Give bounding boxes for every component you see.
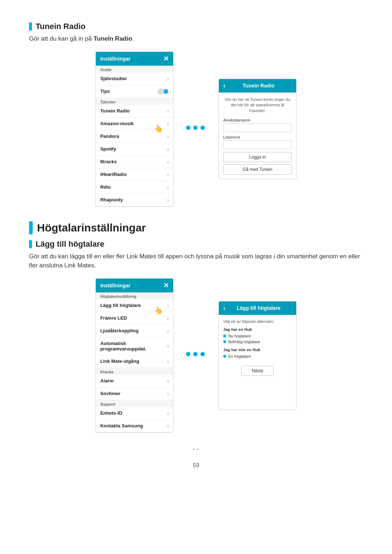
tunein-left-screen: Inställningar ✕ Guide Självstudier › Tip… [95, 52, 173, 207]
chevron-icon: › [167, 197, 169, 203]
hogtalar-heading: Högtalarinställningar [29, 221, 363, 234]
radio-ny-hogtalare[interactable]: Ny högtalare [223, 334, 292, 338]
tunein-desc-bold: TuneIn Radio [94, 35, 132, 42]
settings-item-auto-prog[interactable]: Automatisk programvaruuppdat. › [96, 337, 173, 355]
hogtalar-left-header: Inställningar ✕ [96, 279, 173, 292]
chevron-icon: › [167, 146, 169, 152]
hogtalar-left-header-title: Inställningar [100, 283, 130, 288]
chevron-icon: › [167, 172, 169, 177]
tunein-left-screen-wrapper: Inställningar ✕ Guide Självstudier › Tip… [95, 52, 173, 207]
support-section-label: Support [96, 400, 173, 407]
settings-item-ljud[interactable]: Ljudåterkoppling › [96, 325, 173, 337]
next-button[interactable]: Nästa [241, 366, 274, 376]
settings-item-8tracks[interactable]: 8tracks › [96, 156, 173, 168]
chevron-icon: › [167, 410, 169, 416]
tunein-desc-end: . [132, 35, 134, 42]
tunein-right-screen: ‹ Tunein Radio Om du har ett Tunein-kont… [219, 79, 297, 179]
radio-dot-icon [223, 340, 226, 343]
hogtalar-left-close-icon[interactable]: ✕ [163, 282, 169, 290]
chevron-icon: › [167, 378, 169, 384]
tunein-section-guide: Guide [96, 66, 173, 73]
lagg-till-bar [29, 240, 32, 248]
hogtalar-description: Gör att du kan lägga till en eller fler … [29, 252, 363, 270]
tunein-right-header-title: Tunein Radio [225, 83, 292, 89]
settings-item-tips[interactable]: Tips [96, 85, 173, 98]
chevron-icon: › [167, 108, 169, 114]
lagg-till-text: Lägg till högtalare [36, 239, 104, 249]
settings-item-självstudier[interactable]: Självstudier › [96, 73, 173, 85]
chevron-icon: › [167, 121, 169, 127]
chevron-icon: › [167, 343, 169, 349]
klocka-section-label: Klocka [96, 368, 173, 375]
settings-item-framre-led[interactable]: Främre LED › [96, 312, 173, 325]
settings-item-pandora[interactable]: Pandora › [96, 130, 173, 143]
hogtalar-right-header-title: Lägg till högtalare [225, 305, 292, 311]
radio-dot-icon [223, 335, 226, 337]
settings-item-link-mate[interactable]: Link Mate-utgång › [96, 355, 173, 368]
hogtalar-right-header: ‹ Lägg till högtalare [219, 301, 296, 315]
settings-item-alarm[interactable]: Alarm › [96, 375, 173, 387]
radio-en-hogtalare[interactable]: En högtalare [223, 354, 292, 358]
hogtalar-heading-bar [29, 221, 33, 234]
tunein-left-header: Inställningar ✕ [96, 52, 173, 66]
tunein-description: Gör att du kan gå in på TuneIn Radio. [29, 34, 363, 44]
arrow-dots-2: ●●● [185, 348, 207, 360]
tunein-left-close-icon[interactable]: ✕ [163, 55, 169, 63]
tunein-login-panel: Om du har ett Tunein-konto anger du det … [219, 93, 296, 179]
chevron-icon: › [167, 423, 169, 429]
settings-item-sovtimer[interactable]: Sovtimer › [96, 387, 173, 400]
tunein-section-tjanster: Tjänster [96, 98, 173, 105]
settings-item-amazon[interactable]: Amazon-musik › 👆 [96, 118, 173, 130]
arrow-dots: ●●● [185, 122, 207, 133]
radio-dot-icon [223, 355, 226, 358]
chevron-icon: › [167, 358, 169, 364]
hogtalar-mockup-row: Inställningar ✕ Högtalarinställning Lägg… [29, 278, 363, 433]
hogtalar-section-label: Högtalarinställning [96, 292, 173, 299]
hogtalar-left-screen-wrapper: Inställningar ✕ Högtalarinställning Lägg… [95, 278, 173, 433]
chevron-icon: › [167, 303, 169, 308]
tunein-heading-text: Tunein Radio [36, 22, 86, 31]
login-button[interactable]: Logga in [223, 152, 292, 162]
settings-item-enhets-id[interactable]: Enhets-ID › [96, 407, 173, 420]
password-label: Lösenord [223, 135, 292, 139]
tunein-left-header-title: Inställningar [100, 56, 130, 62]
speaker-question: Välj ett av följande alternativ: [223, 319, 292, 324]
hogtalar-heading-text: Högtalarinställningar [37, 222, 146, 234]
chevron-icon: › [167, 184, 169, 190]
tunein-note: Om du har ett Tunein-konto anger du det … [223, 97, 292, 114]
radio-befintlig-hogtalare[interactable]: Befintlig högtalare [223, 340, 292, 344]
chevron-icon: › [167, 391, 169, 397]
tunein-section: Tunein Radio Gör att du kan gå in på Tun… [29, 22, 363, 207]
hogtalar-left-screen: Inställningar ✕ Högtalarinställning Lägg… [95, 278, 173, 433]
page-number: 59 [29, 462, 363, 469]
hogtalar-section: Högtalarinställningar Lägg till högtalar… [29, 221, 363, 433]
chevron-icon: › [167, 315, 169, 321]
settings-item-rhapsody[interactable]: Rhapsody › [96, 194, 173, 206]
chevron-icon: › [167, 134, 169, 139]
page-dots: • • [29, 447, 363, 451]
password-input[interactable] [223, 140, 292, 149]
settings-item-tunein[interactable]: Tunein Radio › [96, 105, 173, 118]
settings-item-spotify[interactable]: Spotify › [96, 143, 173, 156]
chevron-icon: › [167, 328, 169, 334]
tunein-heading-bar [29, 22, 32, 30]
tunein-heading: Tunein Radio [29, 22, 363, 31]
hogtalar-right-screen: ‹ Lägg till högtalare Välj ett av följan… [219, 301, 297, 410]
settings-item-kontakta[interactable]: Kontakta Samsung › [96, 420, 173, 432]
username-input[interactable] [223, 123, 292, 132]
settings-item-iheartradio[interactable]: iHeartRadio › [96, 168, 173, 181]
settings-item-rdio[interactable]: Rdio › [96, 181, 173, 194]
tunein-mockup-row: Inställningar ✕ Guide Självstudier › Tip… [29, 52, 363, 207]
group2-label: Jag har inte en Hub [223, 348, 292, 352]
group1-label: Jag har en Hub [223, 327, 292, 332]
username-label: Användarnamn [223, 118, 292, 122]
tips-toggle[interactable] [157, 89, 169, 94]
tunein-right-header: ‹ Tunein Radio [219, 79, 296, 93]
chevron-icon: › [167, 76, 169, 82]
tunein-desc-plain: Gör att du kan gå in på [29, 35, 94, 42]
settings-item-lagg-till[interactable]: Lägg till högtalare › 👆 [96, 299, 173, 312]
speaker-options-panel: Välj ett av följande alternativ: Jag har… [219, 315, 296, 380]
lagg-till-heading: Lägg till högtalare [29, 239, 363, 249]
chevron-icon: › [167, 159, 169, 165]
join-button[interactable]: Gå med Tunein [223, 164, 292, 175]
